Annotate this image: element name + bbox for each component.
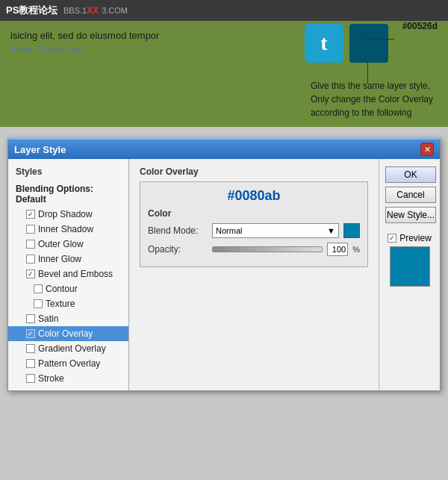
drop-shadow-label: Drop Shadow [38,209,93,219]
sidebar-item-pattern-overlay[interactable]: Pattern Overlay [8,356,128,371]
sidebar-item-gradient-overlay[interactable]: Gradient Overlay [8,341,128,356]
sidebar-item-inner-shadow[interactable]: Inner Shadow [8,222,128,237]
layer-style-dialog: Layer Style ✕ Styles Blending Options: D… [7,138,441,391]
arrow-line [364,39,394,40]
top-banner: PS教程论坛 BBS.1 XX 3.COM isicing elit, sed … [0,0,448,127]
dialog-titlebar: Layer Style ✕ [8,138,440,159]
sidebar-item-blending-options[interactable]: Blending Options: Default [8,181,128,207]
preview-row: ✓ Preview [388,233,432,243]
color-section-box: #0080ab Color Blend Mode: Normal ▼ Opaci… [140,181,368,267]
contour-label: Contour [46,284,78,294]
inner-glow-label: Inner Glow [38,254,81,264]
dialog-title: Layer Style [14,144,66,155]
ok-button[interactable]: OK [385,166,436,183]
color-hex-value: #0080ab [148,188,360,204]
gradient-overlay-label: Gradient Overlay [38,343,106,354]
sidebar-item-contour[interactable]: Contour [8,281,128,296]
buttons-panel: OK Cancel New Style... ✓ Preview [379,159,440,390]
twitter-icon-box: t [305,24,343,63]
dialog-body: Styles Blending Options: Default ✓ Drop … [8,159,440,390]
sidebar-item-stroke[interactable]: Stroke [8,371,128,386]
site-sub1-text: BBS.1 [63,6,87,15]
outer-glow-label: Outer Glow [38,239,84,249]
icons-area: t [305,24,388,63]
inner-glow-checkbox[interactable] [26,255,35,264]
site-xx: XX [87,5,99,16]
pattern-overlay-label: Pattern Overlay [38,358,100,369]
color-section-label: Color [148,208,360,219]
sidebar-item-outer-glow[interactable]: Outer Glow [8,237,128,252]
opacity-row: Opacity: % [148,243,360,256]
gradient-overlay-checkbox[interactable] [26,344,35,353]
right-panel: Color Overlay #0080ab Color Blend Mode: … [129,159,379,390]
sidebar-item-texture[interactable]: Texture [8,296,128,311]
inner-shadow-label: Inner Shadow [38,224,93,234]
preview-area: ✓ Preview [385,233,434,287]
section-title: Color Overlay [140,166,368,177]
blend-mode-row: Blend Mode: Normal ▼ [148,223,360,238]
preview-box [390,246,430,287]
stroke-checkbox[interactable] [26,374,35,383]
satin-checkbox[interactable] [26,314,35,323]
site-sub1 [57,5,60,16]
color-overlay-label: Color Overlay [38,328,93,339]
color-square-icon [349,24,388,63]
left-panel: Styles Blending Options: Default ✓ Drop … [8,159,129,390]
preview-inner [396,253,423,280]
blend-mode-label: Blend Mode: [148,225,208,236]
close-button[interactable]: ✕ [420,143,434,156]
styles-label: Styles [8,163,128,181]
satin-label: Satin [38,314,58,324]
pattern-overlay-checkbox[interactable] [26,359,35,368]
caption-line3: according to the following [311,106,433,119]
bevel-emboss-label: Bevel and Emboss [38,269,113,279]
new-style-button[interactable]: New Style... [385,207,436,223]
color-swatch[interactable] [343,223,360,238]
color-hex-banner: #00526d [402,21,438,31]
banner-header: PS教程论坛 BBS.1 XX 3.COM [0,0,448,21]
percent-label: % [352,245,360,254]
opacity-input[interactable] [327,243,348,256]
sidebar-item-satin[interactable]: Satin [8,311,128,326]
caption-line1: Give this the same layer style, [311,79,433,93]
opacity-label: Opacity: [148,244,208,255]
caption-area: Give this the same layer style, Only cha… [311,79,433,119]
opacity-slider[interactable] [212,246,323,252]
texture-label: Texture [46,299,75,309]
contour-checkbox[interactable] [34,284,43,293]
site-sub2: 3.COM [102,6,128,15]
preview-checkbox[interactable]: ✓ [388,234,396,243]
blend-mode-value: Normal [216,226,242,235]
bevel-emboss-checkbox[interactable]: ✓ [26,269,35,278]
site-name: PS教程论坛 [6,4,57,17]
cancel-button[interactable]: Cancel [385,187,436,203]
texture-checkbox[interactable] [34,299,43,308]
stroke-label: Stroke [38,373,64,384]
chevron-down-icon: ▼ [327,226,335,235]
color-overlay-checkbox[interactable]: ✓ [26,329,35,338]
outer-glow-checkbox[interactable] [26,240,35,249]
sidebar-item-inner-glow[interactable]: Inner Glow [8,252,128,267]
blend-mode-select[interactable]: Normal ▼ [212,223,339,238]
inner-shadow-checkbox[interactable] [26,225,35,234]
blending-options-label: Blending Options: Default [16,184,121,205]
caption-line2: Only change the Color Overlay [311,93,433,106]
twitter-icon: t [320,31,327,55]
sidebar-item-color-overlay[interactable]: ✓ Color Overlay [8,326,128,341]
preview-label: Preview [399,233,432,243]
sidebar-item-drop-shadow[interactable]: ✓ Drop Shadow [8,207,128,222]
drop-shadow-checkbox[interactable]: ✓ [26,210,35,219]
sidebar-item-bevel-emboss[interactable]: ✓ Bevel and Emboss [8,267,128,281]
